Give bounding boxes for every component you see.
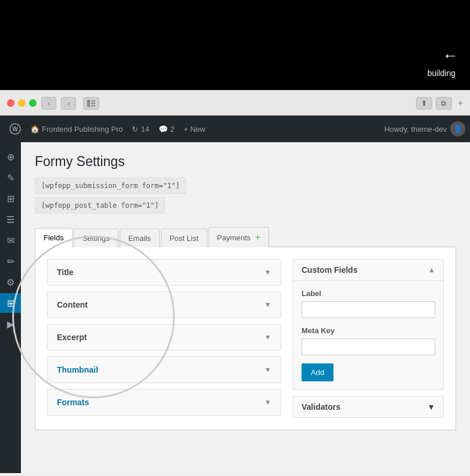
tab-emails-label: Emails — [128, 234, 151, 243]
wp-content: Formy Settings [wpfepp_submission_form f… — [21, 142, 470, 473]
nav-back-icon: ‹ — [48, 100, 50, 107]
window-icon: ⧉ — [441, 99, 446, 107]
tabs-container: Fields Settings Emails Post List Payment… — [35, 226, 456, 247]
nav-back-button[interactable]: ‹ — [41, 97, 56, 110]
comments-icon: 💬 — [159, 125, 168, 134]
comments-menu[interactable]: 💬 2 — [154, 125, 179, 134]
validators-chevron: ▼ — [427, 402, 435, 412]
field-content[interactable]: Content ▼ — [47, 291, 281, 318]
howdy-text: Howdy, theme-dev — [385, 125, 447, 134]
close-button[interactable] — [7, 99, 15, 107]
comments-sidebar-icon: ✉ — [7, 235, 15, 246]
site-name-label: Frontend Publishing Pro — [42, 125, 123, 134]
nav-forward-button[interactable]: › — [61, 97, 76, 110]
field-content-label: Content — [57, 300, 88, 309]
wp-main: ⊕ ✎ ⊞ ☰ ✉ ✏ ⚙ ⊞ ▶ Formy Settings [wpfepp… — [0, 142, 470, 473]
house-icon: 🏠 — [30, 125, 40, 134]
maximize-button[interactable] — [29, 99, 37, 107]
dashboard-icon: ⊕ — [7, 152, 15, 163]
shortcode-1[interactable]: [wpfepp_submission_form form="1"] — [35, 178, 186, 194]
right-panel: Custom Fields ▲ Label Meta Key Add Valid… — [293, 259, 444, 418]
avatar-icon: 👤 — [454, 125, 462, 133]
minimize-button[interactable] — [18, 99, 26, 107]
play-icon: ▶ — [7, 319, 14, 330]
tab-settings-label: Settings — [82, 234, 110, 243]
validators-section[interactable]: Validators ▼ — [293, 396, 444, 418]
wp-sidebar: ⊕ ✎ ⊞ ☰ ✉ ✏ ⚙ ⊞ ▶ — [0, 142, 21, 473]
wp-logo[interactable]: W — [5, 116, 26, 142]
sidebar-toggle-button[interactable] — [83, 97, 99, 110]
custom-fields-chevron: ▲ — [428, 266, 435, 274]
updates-menu[interactable]: ↻ 14 — [127, 125, 153, 134]
sidebar-item-settings[interactable]: ⚙ — [0, 272, 21, 292]
pages-icon: ☰ — [6, 214, 15, 225]
sidebar-item-posts[interactable]: ✎ — [0, 168, 21, 187]
svg-rect-2 — [91, 103, 95, 104]
sidebar-item-dashboard[interactable]: ⊕ — [0, 147, 21, 167]
svg-rect-1 — [91, 100, 95, 102]
tab-fields[interactable]: Fields — [35, 228, 73, 247]
wp-admin-bar: W 🏠 Frontend Publishing Pro ↻ 14 💬 2 + N… — [0, 116, 470, 142]
field-title-chevron: ▼ — [264, 268, 271, 276]
new-tab-button[interactable]: + — [458, 98, 463, 109]
top-bar: ← building — [0, 0, 470, 90]
custom-fields-title: Custom Fields — [302, 265, 357, 275]
tab-post-list-label: Post List — [170, 234, 199, 243]
appearance-icon: ✏ — [7, 256, 15, 267]
admin-right: Howdy, theme-dev 👤 — [385, 121, 465, 136]
browser-chrome: ‹ › ⬆ ⧉ + — [0, 90, 470, 116]
svg-rect-3 — [91, 105, 95, 106]
sidebar-item-media2[interactable]: ▶ — [0, 314, 21, 334]
label-input[interactable] — [302, 301, 435, 318]
new-menu[interactable]: + New — [179, 125, 210, 134]
sidebar-icon — [87, 100, 95, 107]
sidebar-item-media[interactable]: ⊞ — [0, 189, 21, 208]
media-icon: ⊞ — [7, 193, 15, 204]
svg-text:W: W — [12, 126, 18, 132]
tab-fields-label: Fields — [44, 233, 64, 242]
wordpress-icon: W — [9, 123, 21, 135]
field-formats-label: Formats — [57, 398, 89, 407]
nav-forward-icon: › — [67, 100, 70, 107]
field-title-label: Title — [57, 268, 74, 277]
updates-icon: ↻ — [132, 125, 138, 134]
meta-key-field-label: Meta Key — [302, 326, 435, 335]
sidebar-item-tools[interactable]: ⊞ — [0, 293, 21, 313]
tab-settings[interactable]: Settings — [74, 229, 119, 247]
posts-icon: ✎ — [7, 172, 15, 183]
tab-payments[interactable]: Payments + — [209, 227, 270, 247]
field-formats-chevron: ▼ — [264, 398, 271, 406]
add-button[interactable]: Add — [302, 363, 333, 381]
custom-fields-header[interactable]: Custom Fields ▲ — [293, 259, 443, 281]
site-name[interactable]: 🏠 Frontend Publishing Pro — [26, 125, 127, 134]
field-excerpt-chevron: ▼ — [264, 333, 271, 341]
avatar[interactable]: 👤 — [450, 121, 465, 136]
new-label: + New — [184, 125, 205, 134]
svg-rect-0 — [87, 100, 90, 107]
share-icon: ⬆ — [421, 99, 427, 107]
label-field-label: Label — [302, 289, 435, 298]
sidebar-item-pages[interactable]: ☰ — [0, 210, 21, 229]
updates-count: 14 — [141, 125, 149, 134]
traffic-lights — [7, 99, 37, 107]
field-content-chevron: ▼ — [264, 301, 271, 309]
tab-post-list[interactable]: Post List — [161, 229, 207, 247]
custom-fields-section: Custom Fields ▲ Label Meta Key Add — [293, 259, 444, 390]
plus-icon: + — [255, 232, 260, 242]
share-button[interactable]: ⬆ — [416, 97, 432, 110]
fields-panel: Title ▼ Content ▼ Excerpt ▼ Thumbnail ▼ … — [47, 259, 281, 418]
tools-icon: ⊞ — [7, 298, 15, 309]
sidebar-item-appearance[interactable]: ✏ — [0, 251, 21, 271]
field-thumbnail-label: Thumbnail — [57, 365, 98, 374]
sidebar-item-comments[interactable]: ✉ — [0, 230, 21, 250]
field-title[interactable]: Title ▼ — [47, 259, 281, 286]
field-formats[interactable]: Formats ▼ — [47, 389, 281, 416]
custom-fields-body: Label Meta Key Add — [293, 281, 443, 390]
meta-key-input[interactable] — [302, 338, 435, 355]
tab-emails[interactable]: Emails — [120, 229, 160, 247]
comments-count: 2 — [170, 125, 174, 134]
field-thumbnail[interactable]: Thumbnail ▼ — [47, 356, 281, 383]
window-button[interactable]: ⧉ — [436, 97, 452, 110]
field-excerpt[interactable]: Excerpt ▼ — [47, 324, 281, 351]
shortcode-2[interactable]: [wpfepp_post_table form="1"] — [35, 197, 165, 214]
